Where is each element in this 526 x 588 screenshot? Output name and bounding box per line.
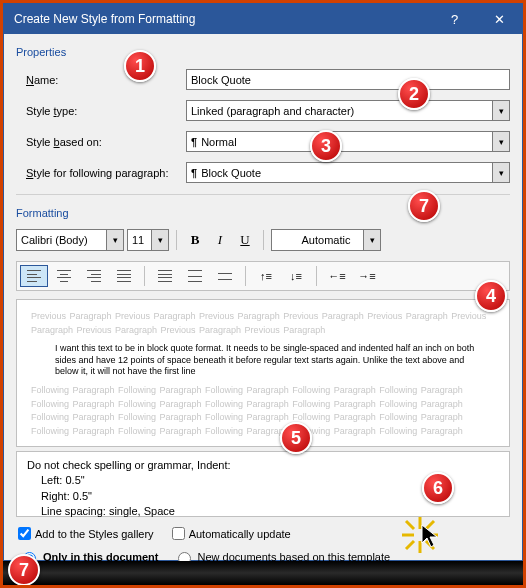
name-label: Name: bbox=[16, 74, 186, 86]
pilcrow-icon: ¶ bbox=[191, 167, 197, 179]
based-on-combo[interactable]: ¶ Normal bbox=[186, 131, 510, 152]
svg-marker-8 bbox=[422, 525, 437, 547]
chevron-down-icon[interactable] bbox=[151, 230, 168, 250]
preview-sample-text: I want this text to be in block quote fo… bbox=[55, 343, 495, 378]
name-input[interactable] bbox=[186, 69, 510, 90]
svg-line-7 bbox=[406, 541, 414, 549]
taskbar-strip bbox=[3, 561, 523, 585]
cursor-icon bbox=[420, 523, 440, 549]
line-spacing-2-button[interactable] bbox=[211, 265, 239, 287]
chevron-down-icon[interactable] bbox=[363, 230, 380, 250]
pilcrow-icon: ¶ bbox=[191, 136, 197, 148]
marker-5: 5 bbox=[280, 422, 312, 454]
preview-pane: Previous Paragraph Previous Paragraph Pr… bbox=[16, 299, 510, 447]
space-before-inc-button[interactable]: ↑≡ bbox=[252, 265, 280, 287]
line-spacing-15-button[interactable] bbox=[181, 265, 209, 287]
underline-button[interactable]: U bbox=[234, 229, 256, 251]
preview-previous-text: Previous Paragraph Previous Paragraph Pr… bbox=[31, 310, 495, 337]
following-para-combo[interactable]: ¶ Block Quote bbox=[186, 162, 510, 183]
decrease-indent-button[interactable]: ←≡ bbox=[323, 265, 351, 287]
chevron-down-icon[interactable] bbox=[492, 101, 509, 120]
auto-update-checkbox[interactable]: Automatically update bbox=[172, 527, 291, 540]
increase-indent-button[interactable]: →≡ bbox=[353, 265, 381, 287]
italic-button[interactable]: I bbox=[209, 229, 231, 251]
chevron-down-icon[interactable] bbox=[492, 132, 509, 151]
font-size-combo[interactable]: 11 bbox=[127, 229, 169, 251]
font-color-combo[interactable]: Automatic bbox=[271, 229, 381, 251]
titlebar: Create New Style from Formatting ? ✕ bbox=[4, 4, 522, 34]
window-title: Create New Style from Formatting bbox=[14, 12, 195, 26]
properties-header: Properties bbox=[16, 46, 510, 58]
close-button[interactable]: ✕ bbox=[477, 4, 522, 34]
font-family-combo[interactable]: Calibri (Body) bbox=[16, 229, 124, 251]
space-before-dec-button[interactable]: ↓≡ bbox=[282, 265, 310, 287]
svg-line-4 bbox=[406, 521, 414, 529]
following-para-label: Style for following paragraph: bbox=[16, 167, 186, 179]
style-type-label: Style type: bbox=[16, 105, 186, 117]
style-type-combo[interactable]: Linked (paragraph and character) bbox=[186, 100, 510, 121]
marker-2: 2 bbox=[398, 78, 430, 110]
based-on-label: Style based on: bbox=[16, 136, 186, 148]
preview-following-text: Following Paragraph Following Paragraph … bbox=[31, 384, 495, 438]
marker-6: 6 bbox=[422, 472, 454, 504]
marker-4: 4 bbox=[475, 280, 507, 312]
align-right-button[interactable] bbox=[80, 265, 108, 287]
line-spacing-1-button[interactable] bbox=[151, 265, 179, 287]
chevron-down-icon[interactable] bbox=[106, 230, 123, 250]
marker-1: 1 bbox=[124, 50, 156, 82]
chevron-down-icon[interactable] bbox=[492, 163, 509, 182]
bold-button[interactable]: B bbox=[184, 229, 206, 251]
align-left-button[interactable] bbox=[20, 265, 48, 287]
marker-3: 3 bbox=[310, 130, 342, 162]
add-to-gallery-checkbox[interactable]: Add to the Styles gallery bbox=[18, 527, 154, 540]
marker-7a: 7 bbox=[408, 190, 440, 222]
marker-7b: 7 bbox=[8, 554, 40, 586]
align-center-button[interactable] bbox=[50, 265, 78, 287]
help-button[interactable]: ? bbox=[432, 4, 477, 34]
align-justify-button[interactable] bbox=[110, 265, 138, 287]
